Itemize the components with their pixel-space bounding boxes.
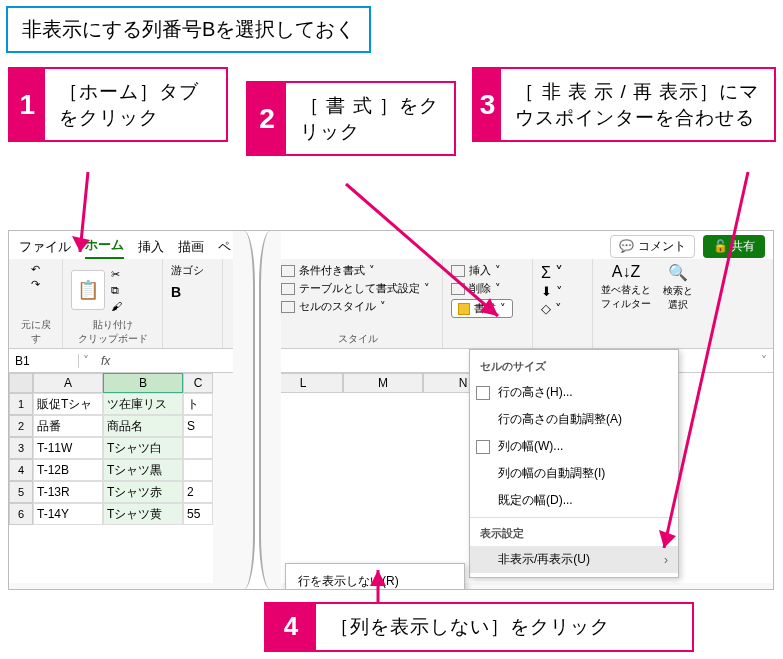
sort-icon: A↓Z [612,263,640,281]
cond-format-label: 条件付き書式 [299,263,365,278]
cell[interactable]: T-11W [33,437,103,459]
display-section: 表示設定 [470,521,678,546]
table-format-label: テーブルとして書式設定 [299,281,420,296]
format-button[interactable]: 書式 ˅ [451,299,513,318]
cell[interactable]: 品番 [33,415,103,437]
sort-filter-button[interactable]: A↓Z 並べ替えと フィルター [601,263,651,311]
cell[interactable]: T-13R [33,481,103,503]
copy-icon[interactable]: ⧉ [111,284,122,297]
insert-icon [451,265,465,277]
select-all-corner[interactable] [9,373,33,393]
callout-1-number: 1 [10,69,45,140]
default-width-label: 既定の幅(D)... [498,492,573,509]
row-height-icon [476,386,490,400]
font-name[interactable]: 游ゴシ [171,263,204,278]
autosum-icon[interactable]: Σ ˅ [541,263,563,282]
table-row: 6T-14YTシャツ黄55 [9,503,213,525]
find-select-button[interactable]: 🔍 検索と 選択 [663,263,693,312]
hide-unhide-submenu: 行を表示しない(R) [285,563,465,590]
cell[interactable]: T-14Y [33,503,103,525]
cell[interactable]: T-12B [33,459,103,481]
share-button[interactable]: 🔓 共有 [703,235,765,258]
delete-cells-button[interactable]: 削除 ˅ [451,281,524,296]
col-header-m[interactable]: M [343,373,423,393]
callout-3-text: ［ 非 表 示 / 再 表示］にマウスポインターを合わせる [501,69,774,140]
row-header[interactable]: 1 [9,393,33,415]
col-header-a[interactable]: A [33,373,103,393]
cell[interactable]: Tシャツ黄 [103,503,183,525]
callout-2-text: ［ 書 式 ］をクリック [286,83,454,154]
redo-icon[interactable]: ↷ [31,278,40,291]
callout-2: 2 ［ 書 式 ］をクリック [246,81,456,156]
row-header[interactable]: 3 [9,437,33,459]
cell[interactable]: 55 [183,503,213,525]
insert-cells-button[interactable]: 挿入 ˅ [451,263,524,278]
cell[interactable]: S [183,415,213,437]
autofit-col-label: 列の幅の自動調整(I) [498,465,605,482]
bold-button[interactable]: B [171,284,181,300]
table-row: 4T-12BTシャツ黒 [9,459,213,481]
format-painter-icon[interactable]: 🖌 [111,300,122,312]
share-label: 共有 [731,239,755,253]
callout-4: 4 ［列を表示しない］をクリック [264,602,694,652]
callout-3: 3 ［ 非 表 示 / 再 表示］にマウスポインターを合わせる [472,67,776,142]
cell-style-label: セルのスタイル [299,299,376,314]
row-header[interactable]: 4 [9,459,33,481]
cell[interactable]: 2 [183,481,213,503]
cell[interactable]: Tシャツ赤 [103,481,183,503]
default-width-item[interactable]: 既定の幅(D)... [470,487,678,514]
cell[interactable]: Tシャツ黒 [103,459,183,481]
tab-home[interactable]: ホーム [85,236,124,259]
name-box[interactable]: B1 [9,354,79,368]
comment-button[interactable]: 💬 コメント [610,235,694,258]
clear-icon[interactable]: ◇ ˅ [541,301,562,316]
cell-styles-button[interactable]: セルのスタイル ˅ [281,299,434,314]
format-as-table-button[interactable]: テーブルとして書式設定 ˅ [281,281,434,296]
cell[interactable] [183,459,213,481]
formula-expand-icon[interactable]: ˅ [755,354,773,368]
col-header-b[interactable]: B [103,373,183,393]
cell[interactable]: ト [183,393,213,415]
cell[interactable]: Tシャツ白 [103,437,183,459]
hide-unhide-item[interactable]: 非表示/再表示(U) › [470,546,678,573]
tab-insert[interactable]: 挿入 [138,238,164,259]
row-header[interactable]: 2 [9,415,33,437]
fill-icon[interactable]: ⬇ ˅ [541,284,563,299]
fx-icon[interactable]: fx [93,354,118,368]
undo-icon[interactable]: ↶ [31,263,40,276]
delete-label: 削除 [469,281,491,296]
format-icon [458,303,470,315]
cell[interactable] [183,437,213,459]
tab-truncated[interactable]: ペ [218,238,231,259]
row-header[interactable]: 6 [9,503,33,525]
autofit-row-item[interactable]: 行の高さの自動調整(A) [470,406,678,433]
hide-rows-item[interactable]: 行を表示しない(R) [286,568,464,590]
conditional-format-button[interactable]: 条件付き書式 ˅ [281,263,434,278]
table-format-icon [281,283,295,295]
callout-1: 1 ［ホーム］タブをクリック [8,67,228,142]
excel-window: ファイル ホーム 挿入 描画 ペ 💬 コメント 🔓 共有 ↶ ↷ 元に戻す 📋 … [8,230,774,590]
col-width-item[interactable]: 列の幅(W)... [470,433,678,460]
sort-label: 並べ替えと フィルター [601,283,651,311]
namebox-dropdown-icon[interactable]: ˅ [79,354,93,368]
cond-format-icon [281,265,295,277]
row-header[interactable]: 5 [9,481,33,503]
row-height-item[interactable]: 行の高さ(H)... [470,379,678,406]
tab-file[interactable]: ファイル [19,238,71,259]
paste-label: 貼り付け [93,319,133,330]
delete-icon [451,283,465,295]
cell[interactable]: 販促Tシャ [33,393,103,415]
cell[interactable]: 商品名 [103,415,183,437]
col-header-c[interactable]: C [183,373,213,393]
autofit-col-item[interactable]: 列の幅の自動調整(I) [470,460,678,487]
tab-draw[interactable]: 描画 [178,238,204,259]
insert-label: 挿入 [469,263,491,278]
content-break-wave [237,231,277,589]
cut-icon[interactable]: ✂ [111,268,122,281]
hide-unhide-label: 非表示/再表示(U) [498,551,590,568]
cell[interactable]: ツ在庫リス [103,393,183,415]
callout-4-number: 4 [266,604,316,650]
paste-icon[interactable]: 📋 [71,270,105,310]
clipboard-group-label: クリップボード [78,333,148,344]
format-label: 書式 [474,301,496,316]
